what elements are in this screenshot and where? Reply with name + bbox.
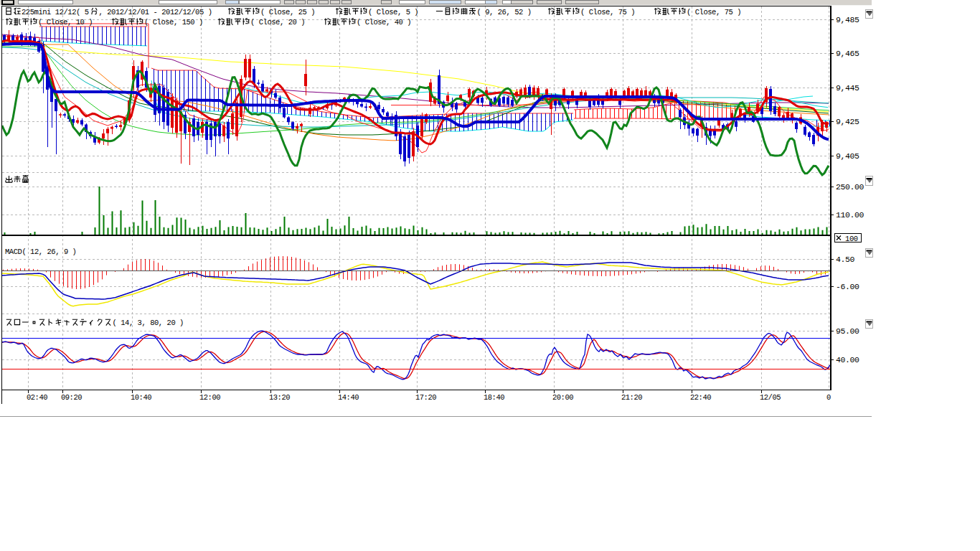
svg-text:12/05: 12/05 (760, 393, 781, 402)
svg-text:0: 0 (826, 393, 831, 402)
svg-text:14:40: 14:40 (338, 393, 359, 402)
svg-text:10:40: 10:40 (131, 393, 151, 402)
svg-text:( 14, 3, 80, 20 ): ( 14, 3, 80, 20 ) (113, 319, 184, 327)
svg-text:250.00: 250.00 (836, 182, 864, 192)
svg-text:MACD( 12, 26, 9 ): MACD( 12, 26, 9 ) (5, 248, 76, 256)
svg-text:100: 100 (845, 235, 858, 243)
svg-text:9,405: 9,405 (836, 151, 859, 161)
svg-text:17:20: 17:20 (415, 393, 436, 402)
svg-text:( Close, 5 ): ( Close, 5 ) (368, 8, 418, 17)
svg-text:95.00: 95.00 (836, 326, 859, 336)
svg-text:( Close, 25 ): ( Close, 25 ) (260, 8, 315, 17)
svg-text:02:40: 02:40 (27, 393, 47, 402)
svg-text:( 9, 26, 52 ): ( 9, 26, 52 ) (477, 8, 532, 17)
svg-text:4.50: 4.50 (836, 255, 855, 264)
svg-text:9,465: 9,465 (836, 49, 859, 58)
svg-text:( Close, 75 ): ( Close, 75 ) (580, 8, 635, 17)
svg-text:09:20: 09:20 (61, 393, 82, 402)
svg-text:110.00: 110.00 (836, 210, 864, 220)
svg-text:22:40: 22:40 (690, 393, 711, 402)
svg-text:18:40: 18:40 (484, 393, 504, 402)
svg-text:, 2012/12/01 - 2012/12/05 ): , 2012/12/01 - 2012/12/05 ) (99, 8, 212, 17)
svg-text:9,425: 9,425 (836, 117, 859, 126)
svg-text:( Close, 75 ): ( Close, 75 ) (687, 8, 741, 17)
svg-text:( Close, 40 ): ( Close, 40 ) (357, 18, 411, 27)
svg-text:9,445: 9,445 (836, 83, 859, 93)
svg-text:13:20: 13:20 (269, 393, 290, 402)
svg-text:( Close, 150 ): ( Close, 150 ) (144, 18, 203, 27)
svg-text:( Close, 10 ): ( Close, 10 ) (38, 18, 93, 27)
svg-text:-6.00: -6.00 (836, 282, 859, 291)
svg-text:40.00: 40.00 (836, 355, 859, 364)
svg-text:20:00: 20:00 (552, 393, 573, 402)
svg-text:( Close, 20 ): ( Close, 20 ) (250, 18, 305, 27)
svg-text:12:00: 12:00 (199, 393, 220, 402)
svg-text:225mini 12/12( 5: 225mini 12/12( 5 (22, 8, 89, 17)
svg-text:9,485: 9,485 (836, 15, 859, 24)
svg-text:21:20: 21:20 (621, 393, 642, 402)
